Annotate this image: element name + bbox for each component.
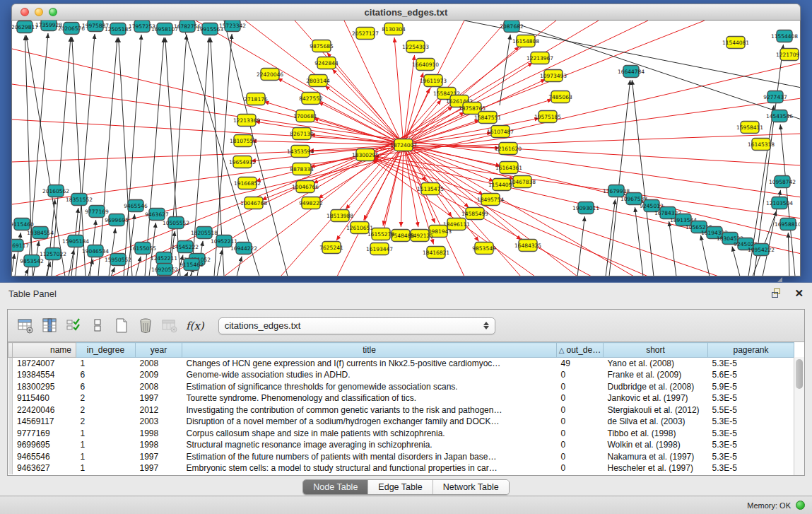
cell-out_degree[interactable]: 0: [557, 428, 604, 440]
cell-in_degree[interactable]: 6: [76, 381, 136, 393]
network-node[interactable]: 22420046: [257, 69, 283, 81]
cell-out_degree[interactable]: 0: [557, 369, 604, 381]
network-node[interactable]: 9465546: [124, 200, 148, 212]
network-edge[interactable]: [788, 233, 789, 276]
network-node[interactable]: 16644784: [618, 66, 645, 78]
cell-title[interactable]: Estimation of the future numbers of pati…: [182, 451, 557, 463]
cell-name[interactable]: 9777169: [13, 428, 76, 440]
cell-year[interactable]: 1997: [136, 392, 182, 404]
network-node[interactable]: 10046768: [240, 197, 267, 209]
network-node[interactable]: 10467838: [509, 176, 536, 188]
table-row[interactable]: 2242004622012Investigating the contribut…: [8, 404, 794, 416]
network-node[interactable]: 12213967: [526, 52, 553, 64]
cell-year[interactable]: 1997: [136, 451, 182, 463]
network-node[interactable]: 8267130: [290, 128, 314, 140]
network-node[interactable]: 14545222: [172, 241, 199, 253]
cell-pagerank[interactable]: 5.6E-5: [708, 369, 794, 381]
cell-short[interactable]: Tibbo et al. (1998): [604, 428, 708, 440]
column-header-short[interactable]: short: [604, 343, 708, 358]
table-row[interactable]: 969969511998Structural magnetic resonanc…: [8, 439, 794, 451]
network-edge[interactable]: [632, 80, 654, 276]
network-node[interactable]: 19654932: [229, 156, 256, 168]
network-node[interactable]: 14569117: [12, 240, 29, 252]
cell-in_degree[interactable]: 6: [76, 369, 136, 381]
cell-short[interactable]: Yano et al. (2008): [604, 358, 708, 370]
network-edge[interactable]: [701, 235, 710, 276]
cell-out_degree[interactable]: 0: [557, 392, 604, 404]
network-node[interactable]: 9463627: [145, 209, 169, 221]
cell-out_degree[interactable]: 49: [557, 358, 604, 370]
network-node[interactable]: 10973493: [540, 70, 567, 82]
network-node[interactable]: 8878334: [290, 163, 314, 175]
network-node[interactable]: 14585499: [461, 208, 488, 220]
cell-year[interactable]: 2003: [136, 416, 182, 428]
cell-pagerank[interactable]: 5.9E-5: [708, 381, 794, 393]
network-node[interactable]: 12103504: [766, 197, 793, 209]
network-node[interactable]: 18513988: [326, 210, 353, 222]
network-node[interactable]: 19166852: [234, 177, 261, 189]
cell-in_degree[interactable]: 1: [76, 451, 136, 463]
cell-title[interactable]: Investigating the contribution of common…: [182, 404, 557, 416]
memory-status-icon[interactable]: [796, 501, 805, 510]
network-node[interactable]: 9875685: [310, 40, 334, 52]
cell-in_degree[interactable]: 1: [76, 462, 136, 474]
cell-pagerank[interactable]: 5.3E-5: [708, 392, 794, 404]
cell-name[interactable]: 9115460: [13, 392, 76, 404]
network-edge[interactable]: [192, 37, 209, 276]
zoom-button[interactable]: [49, 8, 57, 16]
cell-short[interactable]: Nakamura et al. (1997): [604, 451, 708, 463]
cell-out_degree[interactable]: 0: [557, 416, 604, 428]
network-edge[interactable]: [88, 259, 93, 276]
cell-short[interactable]: Franke et al. (2009): [604, 369, 708, 381]
network-node[interactable]: 19611973: [420, 75, 447, 87]
network-node[interactable]: 2718176: [244, 93, 268, 105]
network-edge[interactable]: [109, 228, 115, 276]
network-node[interactable]: 15958411: [736, 122, 763, 134]
network-node[interactable]: 10958742: [769, 176, 796, 188]
network-edge[interactable]: [28, 33, 48, 276]
network-node[interactable]: 9498222: [299, 197, 323, 209]
cell-title[interactable]: Changes of HCN gene expression and I(f) …: [182, 358, 557, 370]
network-node[interactable]: 12254303: [402, 41, 429, 53]
network-edge[interactable]: [136, 257, 141, 276]
cell-year[interactable]: 2012: [136, 404, 182, 416]
network-edge[interactable]: [669, 221, 676, 276]
table-row[interactable]: 1872400712008Changes of HCN gene express…: [8, 358, 794, 370]
cell-out_degree[interactable]: 0: [557, 404, 604, 416]
network-node[interactable]: 12161620: [495, 143, 522, 155]
tab-network-table[interactable]: Network Table: [433, 480, 509, 494]
network-node[interactable]: 12452211: [151, 252, 177, 264]
network-edge[interactable]: [12, 254, 14, 272]
column-header-out_degree[interactable]: △out_de…: [557, 343, 604, 358]
cell-title[interactable]: Embryonic stem cells: a model to study s…: [182, 462, 557, 474]
cell-title[interactable]: Structural magnetic resonance image aver…: [182, 439, 557, 451]
network-node[interactable]: 20629817: [12, 21, 38, 33]
column-header-year[interactable]: year: [136, 343, 182, 358]
cell-pagerank[interactable]: 5.3E-5: [708, 358, 794, 370]
minimize-button[interactable]: [35, 8, 43, 16]
row-select-icon[interactable]: [64, 317, 83, 335]
table-row[interactable]: 977716911998Corpus callosum shape and si…: [8, 428, 794, 440]
cell-pagerank[interactable]: 5.3E-5: [708, 439, 794, 451]
cell-title[interactable]: Tourette syndrome. Phenomenology and cla…: [182, 392, 557, 404]
network-edge[interactable]: [500, 35, 510, 105]
network-edge[interactable]: [46, 262, 50, 276]
network-edge[interactable]: [159, 276, 160, 276]
network-node[interactable]: 16107487: [487, 126, 514, 138]
cell-in_degree[interactable]: 2: [76, 416, 136, 428]
network-node[interactable]: 9242844: [314, 57, 339, 69]
network-node[interactable]: 11554408: [771, 30, 798, 42]
network-node[interactable]: 16164361: [495, 162, 522, 174]
network-edge[interactable]: [404, 100, 441, 145]
network-edge[interactable]: [98, 37, 117, 276]
cell-short[interactable]: Jankovic et al. (1997): [604, 392, 708, 404]
cell-year[interactable]: 1997: [136, 462, 182, 474]
network-node[interactable]: 20160562: [42, 185, 69, 197]
network-node[interactable]: 14543546: [766, 110, 793, 122]
cell-in_degree[interactable]: 1: [76, 439, 136, 451]
function-builder-icon[interactable]: f(x): [186, 320, 204, 332]
network-node[interactable]: 1700681: [293, 110, 317, 122]
network-node[interactable]: 8130304: [382, 23, 406, 35]
cell-year[interactable]: 1998: [136, 439, 182, 451]
cell-short[interactable]: Wolkin et al. (1998): [604, 439, 708, 451]
